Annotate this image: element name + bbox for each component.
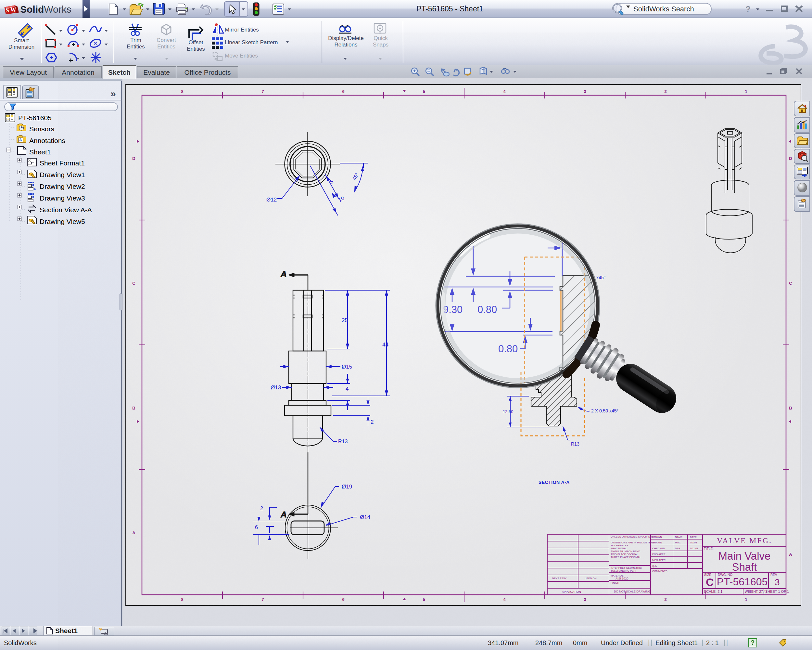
svg-text:Sheet Format1: Sheet Format1: [40, 159, 85, 167]
svg-text:PT-561605: PT-561605: [18, 114, 52, 122]
svg-text:W: W: [11, 6, 16, 13]
svg-text:Drawing View1: Drawing View1: [40, 171, 85, 179]
svg-text:Drawing View5: Drawing View5: [40, 218, 85, 225]
svg-text:Drawing View2: Drawing View2: [40, 183, 85, 190]
svg-text:A: A: [19, 138, 22, 142]
svg-text:Annotations: Annotations: [29, 137, 65, 144]
svg-text:Drawing View3: Drawing View3: [40, 194, 85, 202]
svg-text:Section View A-A: Section View A-A: [40, 206, 92, 214]
svg-text:S: S: [6, 7, 9, 14]
svg-text:Sheet1: Sheet1: [29, 148, 51, 156]
svg-text:Sensors: Sensors: [29, 125, 54, 133]
